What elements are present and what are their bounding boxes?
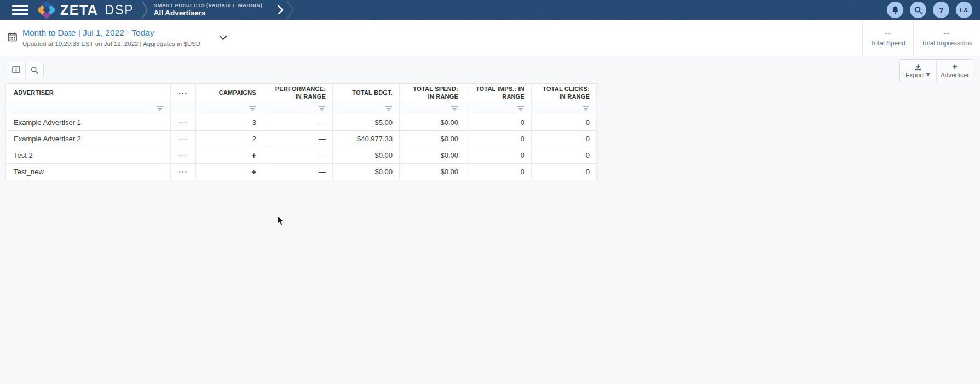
filter-input-campaigns[interactable]: [203, 105, 245, 112]
performance-cell: —: [263, 164, 333, 180]
advertiser-name[interactable]: Test 2: [14, 151, 33, 159]
total-spend-value: --: [885, 29, 891, 37]
filter-input-performance[interactable]: [270, 105, 314, 112]
total-bdgt-cell: $0.00: [333, 164, 400, 180]
total-clicks-cell: 0: [532, 131, 597, 147]
total-bdgt-cell: $40,977.33: [333, 131, 400, 147]
total-spend-label: Total Spend: [871, 39, 905, 47]
row-actions-icon[interactable]: ···: [179, 170, 188, 174]
campaigns-cell: 2: [196, 131, 263, 147]
total-impressions-stat: -- Total Impressions: [913, 20, 980, 56]
performance-cell: —: [263, 147, 333, 163]
filter-icon[interactable]: [249, 106, 256, 112]
grid-toolbar: Export + Advertiser: [0, 56, 980, 83]
menu-icon[interactable]: [12, 4, 28, 16]
total-imps-cell: 0: [465, 114, 532, 130]
ghost-chevron-icon: [286, 0, 295, 20]
total-clicks-cell: 0: [532, 147, 597, 163]
chevron-down-icon[interactable]: [219, 34, 227, 42]
grid-search-icon[interactable]: [25, 62, 43, 78]
help-icon[interactable]: ?: [933, 2, 949, 18]
table-row: Test_new ··· + — $0.00 $0.00 0 0: [6, 164, 597, 180]
date-range-selector[interactable]: Month to Date | Jul 1, 2022 - Today Upda…: [8, 20, 227, 56]
search-icon[interactable]: [910, 2, 926, 18]
filter-icon[interactable]: [582, 106, 590, 112]
total-spend-cell: $0.00: [400, 164, 465, 180]
filter-input-total-bdgt[interactable]: [339, 105, 381, 112]
breadcrumb-expand-icon[interactable]: [278, 5, 284, 15]
column-header-total-imps[interactable]: TOTAL IMPS.: IN RANGE: [465, 84, 532, 102]
column-header-options[interactable]: ···: [171, 84, 196, 102]
grid-actions-group: Export + Advertiser: [899, 59, 973, 82]
filter-icon[interactable]: [517, 106, 524, 112]
column-header-campaigns[interactable]: CAMPAIGNS: [196, 84, 263, 102]
add-advertiser-button[interactable]: + Advertiser: [936, 60, 973, 82]
filter-input-total-spend[interactable]: [406, 105, 447, 112]
advertiser-label: Advertiser: [941, 72, 969, 78]
grid-header-row: ADVERTISER ··· CAMPAIGNS PERFORMANCE: IN…: [6, 84, 597, 102]
column-header-total-spend[interactable]: TOTAL SPEND: IN RANGE: [400, 84, 465, 102]
column-header-total-clicks[interactable]: TOTAL CLICKS: IN RANGE: [532, 84, 597, 102]
total-spend-cell: $0.00: [400, 114, 465, 130]
mouse-cursor: [277, 215, 285, 226]
total-imps-cell: 0: [465, 164, 532, 180]
notifications-bell-icon[interactable]: [887, 2, 903, 18]
columns-icon[interactable]: [7, 62, 25, 78]
filter-icon[interactable]: [318, 106, 326, 112]
total-imps-cell: 0: [465, 147, 532, 163]
view-options-group: [7, 62, 44, 78]
zeta-diamond-icon: [37, 1, 56, 19]
filter-input-advertiser[interactable]: [13, 105, 152, 112]
advertisers-grid: ADVERTISER ··· CAMPAIGNS PERFORMANCE: IN…: [5, 83, 597, 180]
add-campaign-button[interactable]: +: [196, 147, 263, 163]
total-spend-cell: $0.00: [400, 131, 465, 147]
filter-input-total-clicks[interactable]: [538, 105, 578, 112]
total-imps-cell: 0: [465, 131, 532, 147]
table-row: Example Advertiser 2 ··· 2 — $40,977.33 …: [6, 131, 597, 147]
advertiser-name[interactable]: Test_new: [14, 168, 44, 176]
breadcrumb-page[interactable]: All Advertisers: [154, 9, 262, 18]
date-range-label: Month to Date | Jul 1, 2022 - Today: [22, 27, 200, 38]
filter-icon[interactable]: [156, 106, 164, 112]
export-button[interactable]: Export: [900, 60, 936, 82]
breadcrumb: SMART PROJECTS (VARIABLE MARGIN) All Adv…: [154, 2, 262, 18]
user-avatar[interactable]: L&: [956, 2, 972, 18]
summary-stats: -- Total Spend -- Total Impressions: [862, 20, 980, 56]
filter-icon[interactable]: [385, 106, 393, 112]
breadcrumb-section: SMART PROJECTS (VARIABLE MARGIN): [154, 2, 262, 9]
column-header-performance[interactable]: PERFORMANCE: IN RANGE: [263, 84, 333, 102]
performance-cell: —: [263, 131, 333, 147]
total-bdgt-cell: $0.00: [333, 147, 400, 163]
column-options-icon: ···: [179, 90, 188, 96]
export-caret-icon: [926, 73, 930, 76]
filter-input-total-imps[interactable]: [472, 105, 513, 112]
date-bar: Month to Date | Jul 1, 2022 - Today Upda…: [0, 20, 980, 56]
topbar-actions: ? L&: [887, 0, 972, 20]
total-clicks-cell: 0: [532, 114, 597, 130]
total-clicks-cell: 0: [532, 164, 597, 180]
column-header-total-bdgt[interactable]: TOTAL BDGT.: [333, 84, 400, 102]
column-header-advertiser[interactable]: ADVERTISER: [6, 84, 171, 102]
calendar-icon: [8, 32, 17, 43]
total-impressions-label: Total Impressions: [921, 39, 972, 47]
campaigns-cell: 3: [196, 114, 263, 130]
date-range-texts: Month to Date | Jul 1, 2022 - Today Upda…: [22, 27, 200, 48]
brand-zeta: ZETA: [60, 2, 98, 18]
filter-icon[interactable]: [451, 106, 458, 112]
download-icon: [914, 64, 922, 71]
row-actions-icon[interactable]: ···: [179, 137, 188, 141]
brand-dsp: DSP: [105, 3, 134, 18]
add-campaign-button[interactable]: +: [196, 164, 263, 180]
breadcrumb-separator-icon: [142, 1, 148, 19]
table-row: Test 2 ··· + — $0.00 $0.00 0 0: [6, 147, 597, 164]
date-updated-label: Updated at 10:29:33 EST on Jul 12, 2022 …: [22, 40, 200, 48]
total-bdgt-cell: $5.00: [333, 114, 400, 130]
top-bar: ZETA DSP SMART PROJECTS (VARIABLE MARGIN…: [0, 0, 980, 20]
advertiser-name[interactable]: Example Advertiser 1: [14, 118, 81, 127]
row-actions-icon[interactable]: ···: [179, 121, 188, 125]
row-actions-icon[interactable]: ···: [179, 153, 188, 158]
advertiser-name[interactable]: Example Advertiser 2: [14, 135, 81, 143]
grid-filter-row: [6, 102, 597, 114]
total-impressions-value: --: [944, 29, 950, 37]
total-spend-stat: -- Total Spend: [862, 20, 913, 56]
